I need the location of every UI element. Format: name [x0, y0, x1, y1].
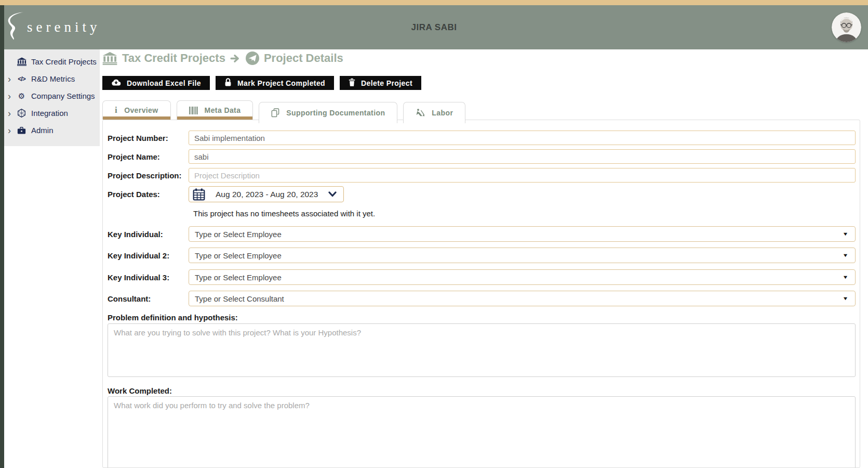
sidebar-item-label: Integration [31, 109, 68, 118]
lock-icon [224, 77, 232, 88]
select-placeholder: Type or Select Employee [195, 273, 282, 282]
consultant-label: Consultant: [108, 294, 189, 303]
button-label: Mark Project Completed [237, 79, 325, 87]
chevron-down-icon: ▼ [843, 231, 849, 237]
meta-data-panel: Project Number: Project Name: Project De… [102, 120, 860, 468]
chevron-right-icon: › [8, 71, 16, 87]
arrow-right-icon [230, 54, 241, 63]
page-header-title: JIRA SABI [0, 5, 868, 49]
key-individual-row: Key Individual: Type or Select Employee … [108, 226, 856, 242]
cloud-download-icon [111, 79, 121, 88]
date-range-value: Aug 20, 2023 - Aug 20, 2023 [216, 190, 318, 199]
chevron-down-icon: ▼ [843, 296, 849, 301]
key-individual-2-select[interactable]: Type or Select Employee ▼ [189, 248, 856, 263]
key-individual-label: Key Individual: [108, 230, 189, 239]
sidebar-item-label: R&D Metrics [31, 74, 75, 83]
project-number-input[interactable] [189, 131, 856, 145]
project-name-input[interactable] [189, 149, 856, 164]
delete-project-button[interactable]: Delete Project [340, 76, 421, 90]
tab-overview[interactable]: i Overview [102, 100, 171, 120]
brand-swoosh-icon [7, 11, 25, 43]
sidebar-item-company-settings[interactable]: › ⚙ Company Settings [4, 87, 100, 105]
tab-label: Overview [124, 106, 158, 114]
info-icon: i [115, 105, 117, 115]
briefcase-icon [16, 126, 28, 135]
chevron-right-icon: › [8, 88, 16, 104]
project-description-label: Project Description: [108, 171, 189, 180]
key-individual-select[interactable]: Type or Select Employee ▼ [189, 226, 856, 242]
copy-icon [271, 108, 279, 118]
paper-plane-circle-icon [246, 51, 259, 65]
sidebar: Tax Credit Projects › </> R&D Metrics › … [4, 49, 100, 146]
project-number-row: Project Number: [108, 131, 856, 145]
breadcrumb: Tax Credit Projects Project Details [102, 51, 343, 65]
calendar-icon [193, 188, 205, 201]
sidebar-item-integration[interactable]: › Integration [4, 105, 100, 122]
project-description-input[interactable] [189, 168, 856, 183]
key-individual-3-label: Key Individual 3: [108, 273, 189, 282]
top-accent-bar [0, 0, 868, 5]
timesheet-note-row: This project has no timesheets associate… [108, 205, 856, 221]
bank-icon [16, 57, 28, 66]
breadcrumb-parent[interactable]: Tax Credit Projects [122, 51, 225, 65]
code-icon: </> [16, 75, 28, 83]
timesheet-note: This project has no timesheets associate… [193, 209, 375, 218]
button-label: Delete Project [361, 79, 412, 87]
chevron-down-icon: ▼ [843, 275, 849, 280]
tab-active-underline [177, 116, 253, 120]
breadcrumb-current: Project Details [264, 51, 343, 65]
brand-logo[interactable]: serenity [7, 11, 100, 43]
sidebar-item-label: Tax Credit Projects [31, 57, 97, 66]
project-dates-row: Project Dates: Aug 20, 2023 - Aug 20, 20… [108, 186, 856, 202]
download-excel-button[interactable]: Download Excel File [102, 76, 210, 90]
problem-definition-textarea[interactable] [108, 323, 856, 377]
chevron-right-icon: › [8, 123, 16, 138]
action-button-row: Download Excel File Mark Project Complet… [102, 76, 421, 90]
sidebar-item-label: Company Settings [31, 92, 95, 100]
sidebar-item-tax-credit-projects[interactable]: Tax Credit Projects [4, 53, 100, 70]
key-individual-2-label: Key Individual 2: [108, 251, 189, 260]
barcode-icon [189, 107, 198, 114]
key-individual-3-row: Key Individual 3: Type or Select Employe… [108, 269, 856, 285]
problem-definition-label: Problem definition and hypothesis: [108, 313, 238, 322]
mark-completed-button[interactable]: Mark Project Completed [216, 76, 334, 90]
tab-bar: i Overview Meta Data [102, 100, 465, 123]
select-placeholder: Type or Select Consultant [195, 294, 284, 303]
project-description-row: Project Description: [108, 168, 856, 183]
main-content: Tax Credit Projects Project Details [100, 49, 868, 468]
project-dates-label: Project Dates: [108, 190, 189, 199]
date-range-picker[interactable]: Aug 20, 2023 - Aug 20, 2023 [189, 186, 344, 202]
tab-label: Meta Data [205, 106, 241, 114]
project-number-label: Project Number: [108, 134, 189, 142]
work-completed-textarea[interactable] [108, 396, 856, 468]
sidebar-item-rd-metrics[interactable]: › </> R&D Metrics [4, 70, 100, 87]
consultant-row: Consultant: Type or Select Consultant ▼ [108, 291, 856, 306]
consultant-select[interactable]: Type or Select Consultant ▼ [189, 291, 856, 306]
app-header: serenity JIRA SABI [0, 5, 868, 49]
trash-icon [349, 78, 355, 88]
select-placeholder: Type or Select Employee [195, 230, 282, 239]
brand-name: serenity [27, 19, 100, 35]
chevron-down-icon: ▼ [843, 253, 849, 258]
key-individual-2-row: Key Individual 2: Type or Select Employe… [108, 248, 856, 263]
work-completed-label: Work Completed: [108, 386, 172, 395]
gears-icon: ⚙ [16, 92, 28, 100]
person-digging-icon [416, 109, 425, 117]
tab-active-underline [103, 116, 170, 120]
left-accent-bar [0, 5, 4, 468]
project-name-label: Project Name: [108, 152, 189, 161]
chevron-right-icon: › [8, 106, 16, 121]
button-label: Download Excel File [127, 79, 201, 87]
key-individual-3-select[interactable]: Type or Select Employee ▼ [189, 269, 856, 285]
sidebar-item-label: Admin [31, 126, 54, 135]
tab-supporting-documentation[interactable]: Supporting Documentation [259, 102, 397, 123]
user-avatar[interactable] [832, 12, 861, 42]
tab-label: Supporting Documentation [286, 109, 385, 117]
select-placeholder: Type or Select Employee [195, 251, 282, 260]
tab-meta-data[interactable]: Meta Data [177, 100, 253, 120]
sidebar-item-admin[interactable]: › Admin [4, 122, 100, 139]
tab-label: Labor [432, 109, 453, 117]
project-name-row: Project Name: [108, 149, 856, 164]
integration-icon [16, 109, 28, 118]
tab-labor[interactable]: Labor [403, 102, 465, 123]
